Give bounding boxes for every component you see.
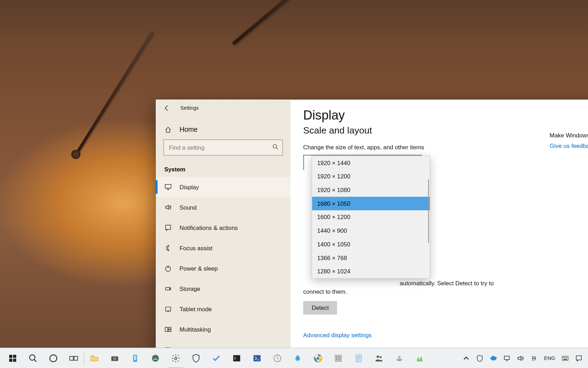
phone-app-icon[interactable] [125, 348, 145, 368]
svg-rect-32 [233, 355, 240, 361]
svg-point-27 [113, 357, 116, 360]
svg-rect-51 [564, 359, 567, 359]
search-icon [272, 144, 278, 151]
sidebar-item-label: Notifications & actions [180, 224, 238, 231]
svg-point-7 [168, 310, 168, 311]
feedback-link[interactable]: Give us feedback [550, 142, 588, 149]
svg-rect-1 [165, 184, 171, 188]
svg-point-22 [29, 355, 35, 360]
svg-point-36 [316, 356, 320, 360]
language-indicator[interactable]: ENG [541, 348, 559, 368]
settings-taskbar-icon[interactable] [166, 348, 186, 368]
sidebar-item-tablet[interactable]: Tablet mode [156, 299, 290, 319]
svg-point-41 [379, 356, 382, 358]
settings-sidebar: Settings Home System DisplaySoundNotific… [156, 100, 290, 368]
svg-rect-18 [9, 355, 12, 358]
resolution-option[interactable]: 1280 × 1024 [312, 265, 430, 278]
notifications-icon [164, 224, 172, 232]
app-title: Settings [180, 105, 198, 111]
svg-point-49 [566, 357, 567, 357]
sidebar-item-sound[interactable]: Sound [156, 197, 290, 218]
scrollbar[interactable] [428, 179, 429, 243]
sidebar-item-notifications[interactable]: Notifications & actions [156, 218, 290, 238]
app-icon-4[interactable] [410, 348, 430, 368]
svg-point-48 [565, 357, 566, 357]
page-title: Display [303, 108, 588, 122]
powershell-icon[interactable] [247, 348, 267, 368]
section-heading: Scale and layout [303, 125, 588, 136]
sidebar-item-label: Multitasking [180, 326, 211, 333]
task-view-icon[interactable] [63, 348, 84, 368]
svg-rect-19 [13, 355, 16, 358]
cortana-icon[interactable] [43, 348, 63, 368]
camera-app-icon[interactable] [105, 348, 125, 368]
sidebar-home[interactable]: Home [156, 120, 290, 139]
search-input[interactable] [168, 144, 272, 151]
svg-point-30 [152, 355, 159, 362]
home-label: Home [180, 126, 198, 134]
settings-window: Settings Home System DisplaySoundNotific… [155, 99, 588, 368]
svg-rect-25 [74, 356, 78, 360]
svg-rect-20 [9, 359, 12, 362]
resolution-option[interactable]: 1366 × 768 [312, 251, 430, 265]
security-icon[interactable] [186, 348, 206, 368]
detect-button[interactable]: Detect [303, 301, 337, 315]
tray-overflow-icon[interactable] [460, 348, 473, 368]
sidebar-item-multitasking[interactable]: Multitasking [156, 319, 290, 340]
settings-main: Display Scale and layout Change the size… [290, 100, 588, 368]
chrome-icon[interactable] [308, 348, 328, 368]
resolution-option[interactable]: 1440 × 900 [312, 224, 430, 238]
todo-app-icon[interactable] [206, 348, 226, 368]
people-icon[interactable] [369, 348, 389, 368]
back-button[interactable] [163, 104, 171, 112]
resolution-dropdown-listbox[interactable]: 1920 × 14401920 × 12001920 × 10801680 × … [312, 156, 430, 279]
sidebar-item-label: Power & sleep [180, 265, 218, 272]
multiple-displays-text: automatically. Select Detect to try to c… [303, 279, 498, 296]
sidebar-item-label: Storage [180, 285, 200, 292]
file-explorer-icon[interactable] [84, 348, 105, 368]
app-icon-2[interactable] [328, 348, 349, 368]
notepad-icon[interactable] [349, 348, 369, 368]
wallpaper-needle-2 [75, 31, 154, 155]
resolution-option[interactable]: 1920 × 1080 [312, 183, 430, 197]
app-icon-3[interactable] [389, 348, 410, 368]
content-area: Display Scale and layout Change the size… [290, 100, 588, 368]
sidebar-item-focus[interactable]: Focus assist [156, 238, 290, 258]
advanced-display-link[interactable]: Advanced display settings [303, 332, 588, 338]
sidebar-item-power[interactable]: Power & sleep [156, 258, 290, 279]
moon-icon [164, 244, 172, 252]
sidebar-item-label: Tablet mode [180, 306, 212, 312]
input-method-icon[interactable] [527, 348, 541, 368]
terminal-icon[interactable] [226, 348, 247, 368]
wallpaper-needle [232, 0, 428, 46]
sidebar-nav: DisplaySoundNotifications & actionsFocus… [156, 177, 290, 368]
touch-keyboard-icon[interactable] [559, 348, 572, 368]
svg-rect-8 [165, 327, 168, 332]
multitask-icon [164, 326, 172, 333]
sidebar-item-display[interactable]: Display [156, 177, 290, 197]
svg-rect-24 [70, 356, 73, 360]
home-icon [164, 126, 172, 134]
network-icon[interactable] [500, 348, 514, 368]
photos-app-icon[interactable] [145, 348, 166, 368]
action-center-icon[interactable] [572, 348, 586, 368]
resolution-option[interactable]: 1600 × 1200 [312, 210, 430, 224]
rail-heading: Make Windows better [550, 132, 588, 138]
onedrive-icon[interactable] [486, 348, 500, 368]
start-button[interactable] [2, 348, 23, 368]
taskbar-search-icon[interactable] [23, 348, 43, 368]
resolution-option[interactable]: 1920 × 1200 [312, 170, 430, 183]
sidebar-item-storage[interactable]: Storage [156, 279, 290, 299]
app-icon-1[interactable] [287, 348, 308, 368]
svg-rect-9 [169, 327, 171, 329]
resolution-option[interactable]: 1920 × 1440 [312, 156, 430, 170]
svg-rect-44 [504, 356, 510, 360]
clock-app-icon[interactable] [267, 348, 287, 368]
svg-point-23 [50, 355, 57, 362]
resolution-option[interactable]: 1400 × 1050 [312, 237, 430, 251]
volume-icon[interactable] [513, 348, 527, 368]
tray-security-icon[interactable] [473, 348, 486, 368]
search-box[interactable] [163, 139, 283, 156]
resolution-option[interactable]: 588 × 368 [312, 197, 430, 210]
svg-point-31 [175, 357, 177, 359]
